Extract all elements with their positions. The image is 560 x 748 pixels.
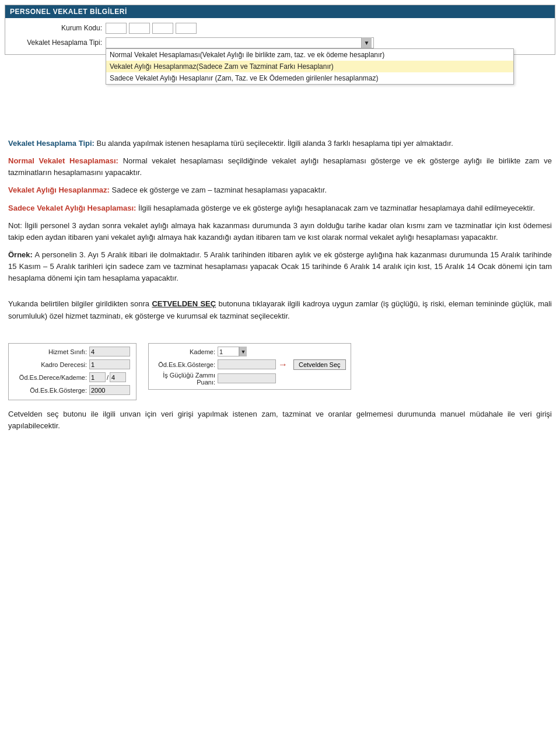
note-paragraph: Not: İlgili personel 3 aydan sonra vekal…: [8, 220, 552, 243]
intro-paragraph: Vekalet Hesaplama Tipi: Bu alanda yapılm…: [8, 138, 552, 149]
kademe-dropdown-box: 1: [218, 347, 239, 356]
vekalet-tipi-label: Vekalet Hesaplama Tipi:: [12, 39, 106, 47]
od-es-gosterge-right-input[interactable]: [218, 359, 276, 369]
od-es-gosterge-right-row: Öd.Es.Ek.Gösterge: → Cetvelden Seç: [153, 359, 346, 370]
left-mini-form: Hizmet Sınıfı: Kadro Derecesi: Öd.Es.Der…: [8, 343, 136, 400]
kurum-kodu-input-4[interactable]: [176, 23, 197, 34]
kademe-dropdown-arrow-icon[interactable]: ▼: [239, 347, 247, 356]
kademe-dropdown[interactable]: 1 ▼: [218, 347, 247, 356]
od-es-gosterge-mini-input[interactable]: [89, 385, 130, 395]
dropdown-arrow-icon[interactable]: ▼: [361, 37, 372, 48]
cetvelden-intro-1: Yukarıda belirtilen bilgiler girildikten…: [8, 299, 152, 308]
vekalet-aylik-text: Sadece ek gösterge ve zam – tazminat hes…: [112, 186, 327, 194]
kurum-kodu-input-1[interactable]: [106, 23, 127, 34]
right-mini-form: Kademe: 1 ▼ Öd.Es.Ek.Gösterge: → Cetveld…: [148, 343, 351, 390]
example-text: A personelin 3. Ayı 5 Aralık itibari ile…: [8, 250, 552, 282]
example-paragraph: Örnek: A personelin 3. Ayı 5 Aralık itib…: [8, 249, 552, 284]
slash-separator: /: [107, 374, 108, 381]
kadro-derecesi-mini-row: Kadro Derecesi:: [13, 359, 131, 370]
main-content: Vekalet Hesaplama Tipi: Bu alanda yapılm…: [0, 131, 560, 335]
kadro-derecesi-mini-label: Kadro Derecesi:: [13, 361, 89, 368]
kurum-kodu-row: Kurum Kodu:: [12, 22, 548, 34]
kurum-kodu-input-2[interactable]: [129, 23, 150, 34]
normal-vekalet-label: Normal Vekalet Hesaplaması:: [8, 156, 118, 165]
example-label: Örnek:: [8, 250, 33, 259]
vekalet-tipi-dropdown-container: ▼ Normal Vekalet Hesaplaması(Vekalet Ayl…: [106, 37, 374, 48]
hizmet-sinifi-mini-label: Hizmet Sınıfı:: [13, 348, 89, 355]
od-es-derece-input-1[interactable]: [89, 372, 106, 382]
cetvelden-underline: CETVELDEN SEÇ: [152, 299, 216, 308]
kurum-kodu-input-3[interactable]: [152, 23, 173, 34]
panel-title: PERSONEL VEKALET BİLGİLERİ: [5, 5, 555, 18]
vekalet-tipi-intro-label: Vekalet Hesaplama Tipi:: [8, 139, 94, 148]
od-es-derece-input-2[interactable]: [110, 372, 126, 382]
arrow-right-icon: →: [278, 359, 288, 370]
personel-vekalet-panel: PERSONEL VEKALET BİLGİLERİ Kurum Kodu: V…: [5, 5, 555, 55]
kadro-derecesi-mini-input[interactable]: [89, 359, 130, 369]
normal-vekalet-para: Normal Vekalet Hesaplaması: Normal vekal…: [8, 155, 552, 179]
cetvelden-intro: Yukarıda belirtilen bilgiler girildikten…: [8, 298, 552, 321]
vekalet-tipi-input-group: ▼ Normal Vekalet Hesaplaması(Vekalet Ayl…: [106, 37, 548, 48]
vekalet-aylik-label: Vekalet Aylığı Hesaplanmaz:: [8, 186, 110, 194]
sadece-vekalet-text: İlgili hesaplamada gösterge ve ek göster…: [138, 204, 535, 212]
sadece-vekalet-label: Sadece Vekalet Aylığı Hesaplaması:: [8, 204, 136, 212]
sadece-vekalet-para: Sadece Vekalet Aylığı Hesaplaması: İlgil…: [8, 202, 552, 214]
kademe-right-label: Kademe:: [153, 348, 218, 355]
footer-paragraph: Cetvelden seç butonu ile ilgili unvan iç…: [8, 408, 552, 432]
form-area: Kurum Kodu: Vekalet Hesaplama Tipi: ▼: [5, 18, 555, 54]
kurum-kodu-label: Kurum Kodu:: [12, 24, 106, 32]
od-es-derece-mini-label: Öd.Es.Derece/Kademe:: [13, 374, 89, 381]
is-guclugu-right-label: İş Güçlüğü Zammı Puanı:: [153, 372, 218, 386]
od-es-gosterge-mini-row: Öd.Es.Ek.Gösterge:: [13, 385, 131, 396]
kurum-kodu-input-group: [106, 23, 548, 34]
od-es-gosterge-mini-label: Öd.Es.Ek.Gösterge:: [13, 387, 89, 394]
vekalet-aylik-para: Vekalet Aylığı Hesaplanmaz: Sadece ek gö…: [8, 184, 552, 196]
vekalet-tipi-dropdown[interactable]: ▼: [106, 37, 374, 48]
dropdown-option-3[interactable]: Sadece Vekalet Aylığı Hesaplanır (Zam, T…: [106, 72, 513, 84]
footer-text-area: Cetvelden seç butonu ile ilgili unvan iç…: [0, 400, 560, 439]
hizmet-sinifi-mini-input[interactable]: [89, 347, 130, 356]
is-guclugu-right-input[interactable]: [218, 373, 276, 383]
bottom-forms-area: Hizmet Sınıfı: Kadro Derecesi: Öd.Es.Der…: [8, 343, 552, 400]
vekalet-tipi-row: Vekalet Hesaplama Tipi: ▼ Normal Vekalet…: [12, 36, 548, 49]
vekalet-tipi-dropdown-list: Normal Vekalet Hesaplaması(Vekalet Aylığ…: [106, 48, 514, 85]
dropdown-option-2[interactable]: Vekalet Aylığı Hesaplanmaz(Sadece Zam ve…: [106, 61, 513, 72]
is-guclugu-right-row: İş Güçlüğü Zammı Puanı:: [153, 372, 346, 386]
kademe-value: 1: [219, 348, 223, 355]
cetvelden-sec-button[interactable]: Cetvelden Seç: [293, 359, 346, 370]
kademe-right-row: Kademe: 1 ▼: [153, 346, 346, 358]
od-es-gosterge-right-label: Öd.Es.Ek.Gösterge:: [153, 361, 218, 368]
intro-text: Bu alanda yapılmak istenen hesaplama tür…: [97, 139, 453, 148]
od-es-derece-mini-row: Öd.Es.Derece/Kademe: /: [13, 372, 131, 383]
dropdown-option-1[interactable]: Normal Vekalet Hesaplaması(Vekalet Aylığ…: [106, 49, 513, 61]
hizmet-sinifi-mini-row: Hizmet Sınıfı:: [13, 346, 131, 358]
note-text: Not: İlgili personel 3 aydan sonra vekal…: [8, 221, 552, 242]
